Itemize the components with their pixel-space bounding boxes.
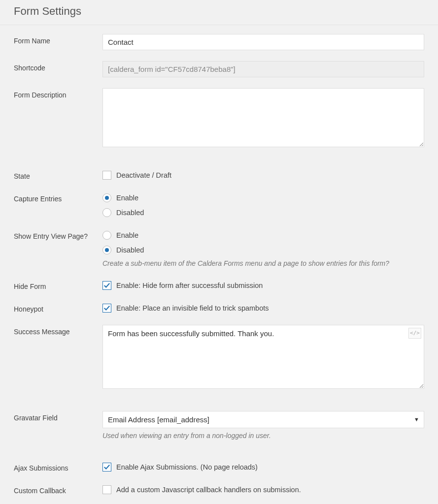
capture-disabled-label: Disabled xyxy=(116,209,144,217)
gravatar-select-wrap: Email Address [email_address] ▼ xyxy=(102,411,424,428)
shortcode-input[interactable] xyxy=(102,61,424,77)
panel-header: Form Settings xyxy=(0,0,438,25)
hide-form-checkbox-row: Enable: Hide form after successful submi… xyxy=(102,280,424,291)
row-gravatar-field: Gravatar Field Email Address [email_addr… xyxy=(14,411,424,441)
form-name-input[interactable] xyxy=(102,34,424,50)
control-capture-entries: Enable Disabled xyxy=(102,192,424,219)
form-description-textarea[interactable] xyxy=(102,88,424,147)
label-hide-form: Hide Form xyxy=(14,280,102,290)
control-state: Deactivate / Draft xyxy=(102,169,424,181)
gravatar-helper: Used when viewing an entry from a non-lo… xyxy=(102,431,424,441)
hide-form-checkbox-label: Enable: Hide form after successful submi… xyxy=(116,282,263,289)
callback-checkbox-row: Add a custom Javascript callback handler… xyxy=(102,484,424,496)
check-icon xyxy=(103,464,110,471)
entryview-enable-row: Enable xyxy=(102,229,424,241)
row-honeypot: Honeypot Enable: Place an invisible fiel… xyxy=(14,302,424,314)
entryview-helper: Create a sub-menu item of the Caldera Fo… xyxy=(102,259,424,269)
entryview-disabled-label: Disabled xyxy=(116,246,144,254)
check-icon xyxy=(103,282,110,289)
row-custom-callback: Custom Callback Add a custom Javascript … xyxy=(14,484,424,496)
row-ajax-submissions: Ajax Submissions Enable Ajax Submissions… xyxy=(14,461,424,473)
label-success-message: Success Message xyxy=(14,325,102,336)
ajax-checkbox-label: Enable Ajax Submissions. (No page reload… xyxy=(116,463,258,471)
control-success-message: Form has been successfully submitted. Th… xyxy=(102,325,424,390)
label-honeypot: Honeypot xyxy=(14,302,102,313)
capture-disabled-row: Disabled xyxy=(102,207,424,219)
label-form-name: Form Name xyxy=(14,34,102,45)
label-capture-entries: Capture Entries xyxy=(14,192,102,203)
entryview-enable-label: Enable xyxy=(116,231,138,239)
form-settings-panel: Form Settings Form Name Shortcode Form D… xyxy=(0,0,438,504)
label-custom-callback: Custom Callback xyxy=(14,484,102,495)
control-hide-form: Enable: Hide form after successful submi… xyxy=(102,280,424,291)
control-custom-callback: Add a custom Javascript callback handler… xyxy=(102,484,424,496)
row-show-entry-view: Show Entry View Page? Enable Disabled Cr… xyxy=(14,229,424,269)
code-toggle-button[interactable]: </> xyxy=(408,328,421,339)
state-checkbox-row: Deactivate / Draft xyxy=(102,169,424,181)
control-ajax-submissions: Enable Ajax Submissions. (No page reload… xyxy=(102,461,424,473)
label-shortcode: Shortcode xyxy=(14,61,102,72)
label-form-description: Form Description xyxy=(14,88,102,99)
row-form-name: Form Name xyxy=(14,34,424,50)
row-success-message: Success Message Form has been successful… xyxy=(14,325,424,390)
honeypot-checkbox-label: Enable: Place an invisible field to tric… xyxy=(116,304,269,312)
ajax-checkbox-row: Enable Ajax Submissions. (No page reload… xyxy=(102,461,424,473)
row-hide-form: Hide Form Enable: Hide form after succes… xyxy=(14,280,424,291)
label-gravatar-field: Gravatar Field xyxy=(14,411,102,422)
label-state: State xyxy=(14,169,102,180)
row-shortcode: Shortcode xyxy=(14,61,424,77)
entryview-disabled-radio[interactable] xyxy=(102,246,111,254)
label-ajax-submissions: Ajax Submissions xyxy=(14,461,102,472)
row-form-description: Form Description xyxy=(14,88,424,149)
capture-enable-radio[interactable] xyxy=(102,193,111,202)
panel-title: Form Settings xyxy=(14,5,424,18)
entryview-enable-radio[interactable] xyxy=(102,231,111,240)
capture-enable-row: Enable xyxy=(102,192,424,204)
gravatar-select[interactable]: Email Address [email_address] xyxy=(102,411,424,428)
label-show-entry-view: Show Entry View Page? xyxy=(14,229,102,240)
ajax-checkbox[interactable] xyxy=(102,463,111,472)
callback-checkbox-label: Add a custom Javascript callback handler… xyxy=(116,486,301,494)
control-shortcode xyxy=(102,61,424,77)
success-textarea-wrap: Form has been successfully submitted. Th… xyxy=(102,325,424,390)
honeypot-checkbox-row: Enable: Place an invisible field to tric… xyxy=(102,302,424,314)
control-form-name xyxy=(102,34,424,50)
row-capture-entries: Capture Entries Enable Disabled xyxy=(14,192,424,219)
row-state: State Deactivate / Draft xyxy=(14,169,424,181)
control-show-entry-view: Enable Disabled Create a sub-menu item o… xyxy=(102,229,424,269)
state-checkbox[interactable] xyxy=(102,171,111,180)
hide-form-checkbox[interactable] xyxy=(102,281,111,290)
capture-enable-label: Enable xyxy=(116,194,138,202)
success-message-textarea[interactable]: Form has been successfully submitted. Th… xyxy=(102,325,424,389)
control-gravatar-field: Email Address [email_address] ▼ Used whe… xyxy=(102,411,424,441)
entryview-disabled-row: Disabled xyxy=(102,244,424,256)
code-icon: </> xyxy=(410,330,420,336)
check-icon xyxy=(103,305,110,312)
form-body: Form Name Shortcode Form Description Sta… xyxy=(0,25,438,504)
control-honeypot: Enable: Place an invisible field to tric… xyxy=(102,302,424,314)
capture-disabled-radio[interactable] xyxy=(102,208,111,217)
honeypot-checkbox[interactable] xyxy=(102,304,111,313)
control-form-description xyxy=(102,88,424,149)
callback-checkbox[interactable] xyxy=(102,485,111,494)
state-checkbox-label: Deactivate / Draft xyxy=(116,171,171,179)
